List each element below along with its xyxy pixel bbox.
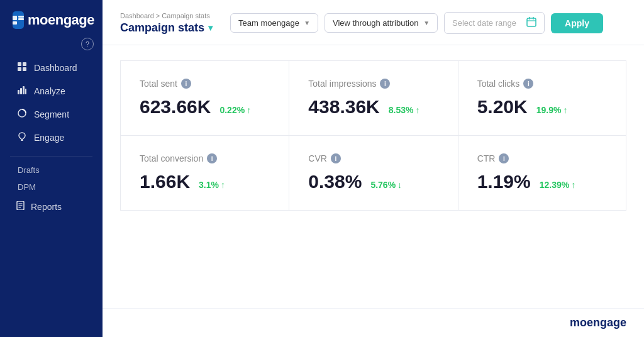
svg-rect-2 bbox=[18, 18, 24, 20]
stat-row: 438.36K 8.53% ↑ bbox=[308, 96, 438, 118]
stat-card-total-conversion: Total conversion i 1.66K 3.1% ↑ bbox=[120, 135, 289, 211]
header-controls: Team moengage ▼ View through attribution… bbox=[230, 12, 603, 34]
info-icon[interactable]: i bbox=[207, 153, 217, 163]
stat-card-total-impressions: Total impressions i 438.36K 8.53% ↑ bbox=[289, 60, 457, 135]
page-title: Campaign stats ▾ bbox=[120, 21, 213, 35]
sidebar-divider bbox=[10, 156, 92, 157]
sidebar-help: ? bbox=[0, 38, 103, 54]
svg-rect-6 bbox=[18, 67, 21, 71]
stat-value: 1.66K bbox=[140, 171, 190, 192]
sidebar-item-analyze[interactable]: Analyze bbox=[4, 80, 99, 102]
svg-rect-3 bbox=[13, 21, 17, 25]
stat-row: 1.19% 12.39% ↑ bbox=[477, 171, 607, 192]
attribution-dropdown-arrow: ▼ bbox=[423, 19, 430, 26]
header-left: Dashboard > Campaign stats Campaign stat… bbox=[120, 12, 213, 35]
stat-change: 8.53% ↑ bbox=[389, 105, 420, 115]
calendar-icon bbox=[526, 17, 536, 29]
apply-button[interactable]: Apply bbox=[551, 13, 603, 33]
sidebar-item-dashboard[interactable]: Dashboard bbox=[4, 57, 99, 79]
sidebar-item-label: Segment bbox=[34, 109, 69, 119]
page-title-text: Campaign stats bbox=[120, 21, 204, 35]
logo-icon bbox=[13, 11, 24, 29]
info-icon[interactable]: i bbox=[523, 79, 533, 89]
sidebar-item-label: Dashboard bbox=[34, 63, 77, 73]
header: Dashboard > Campaign stats Campaign stat… bbox=[103, 0, 644, 45]
sidebar-item-segment[interactable]: Segment bbox=[4, 103, 99, 125]
stat-label: Total conversion i bbox=[140, 153, 270, 163]
team-dropdown-label: Team moengage bbox=[238, 18, 299, 28]
stat-row: 5.20K 19.9% ↑ bbox=[477, 96, 607, 118]
stat-value: 438.36K bbox=[308, 96, 379, 118]
date-placeholder: Select date range bbox=[452, 18, 516, 28]
stat-label: CTR i bbox=[477, 153, 607, 163]
attribution-dropdown-label: View through attribution bbox=[333, 18, 418, 28]
stat-value: 1.19% bbox=[477, 171, 531, 192]
svg-rect-11 bbox=[25, 89, 26, 94]
stat-label: Total clicks i bbox=[477, 79, 607, 89]
drafts-label: Drafts bbox=[18, 165, 40, 175]
stat-row: 1.66K 3.1% ↑ bbox=[140, 171, 270, 192]
reports-label: Reports bbox=[31, 202, 62, 212]
stat-card-cvr: CVR i 0.38% 5.76% ↓ bbox=[289, 135, 457, 211]
svg-rect-7 bbox=[23, 67, 26, 71]
stat-row: 623.66K 0.22% ↑ bbox=[140, 96, 270, 118]
svg-rect-1 bbox=[18, 16, 24, 18]
stat-change: 0.22% ↑ bbox=[219, 105, 251, 115]
dashboard-icon bbox=[16, 62, 28, 73]
info-icon[interactable]: i bbox=[499, 153, 509, 163]
stat-card-total-clicks: Total clicks i 5.20K 19.9% ↑ bbox=[458, 60, 626, 135]
breadcrumb: Dashboard > Campaign stats bbox=[120, 12, 213, 19]
sidebar-item-reports[interactable]: Reports bbox=[4, 196, 99, 218]
stat-change: 12.39% ↑ bbox=[540, 180, 575, 190]
sidebar-sub-item-drafts[interactable]: Drafts bbox=[0, 162, 103, 179]
sidebar: moengage ? Dashboard bbox=[0, 0, 103, 337]
stat-change: 5.76% ↓ bbox=[370, 180, 402, 190]
stat-change: 19.9% ↑ bbox=[536, 105, 568, 115]
stat-card-total-sent: Total sent i 623.66K 0.22% ↑ bbox=[120, 60, 289, 135]
stat-card-ctr: CTR i 1.19% 12.39% ↑ bbox=[458, 135, 626, 211]
stat-row: 0.38% 5.76% ↓ bbox=[308, 171, 438, 192]
attribution-dropdown[interactable]: View through attribution ▼ bbox=[325, 13, 438, 33]
stat-value: 5.20K bbox=[477, 96, 528, 118]
help-icon[interactable]: ? bbox=[81, 38, 94, 50]
team-dropdown[interactable]: Team moengage ▼ bbox=[230, 13, 318, 33]
stat-label: Total sent i bbox=[140, 79, 270, 89]
segment-icon bbox=[16, 109, 28, 119]
sidebar-item-engage[interactable]: Engage bbox=[4, 126, 99, 148]
sidebar-nav: Dashboard Analyze Segment bbox=[0, 54, 103, 151]
svg-rect-9 bbox=[20, 88, 22, 94]
sidebar-item-label: Analyze bbox=[34, 86, 65, 96]
svg-rect-10 bbox=[23, 86, 25, 94]
stats-area: Total sent i 623.66K 0.22% ↑ Total impre… bbox=[103, 45, 644, 308]
svg-rect-19 bbox=[527, 18, 536, 26]
date-range-input[interactable]: Select date range bbox=[444, 12, 545, 34]
logo-text: moengage bbox=[28, 12, 94, 28]
svg-rect-4 bbox=[18, 62, 21, 66]
stat-change: 3.1% ↑ bbox=[199, 180, 225, 190]
svg-rect-0 bbox=[13, 16, 17, 20]
info-icon[interactable]: i bbox=[331, 153, 341, 163]
team-dropdown-arrow: ▼ bbox=[304, 19, 310, 26]
footer: moengage bbox=[103, 308, 644, 337]
stats-grid: Total sent i 623.66K 0.22% ↑ Total impre… bbox=[120, 60, 626, 211]
title-dropdown-arrow[interactable]: ▾ bbox=[208, 23, 213, 33]
stat-value: 0.38% bbox=[308, 171, 362, 192]
dpm-label: DPM bbox=[18, 182, 36, 192]
analyze-icon bbox=[16, 86, 28, 96]
stat-value: 623.66K bbox=[140, 96, 211, 118]
sidebar-item-label: Engage bbox=[34, 133, 64, 143]
svg-rect-8 bbox=[18, 90, 19, 94]
info-icon[interactable]: i bbox=[181, 79, 191, 89]
footer-logo: moengage bbox=[570, 316, 626, 329]
sidebar-sub-item-dpm[interactable]: DPM bbox=[0, 179, 103, 196]
stat-label: CVR i bbox=[308, 153, 438, 163]
engage-icon bbox=[16, 132, 28, 143]
reports-icon bbox=[16, 201, 25, 212]
svg-rect-5 bbox=[23, 62, 26, 66]
info-icon[interactable]: i bbox=[380, 79, 390, 89]
main-content: Dashboard > Campaign stats Campaign stat… bbox=[103, 0, 644, 337]
stat-label: Total impressions i bbox=[308, 79, 438, 89]
sidebar-logo: moengage bbox=[0, 0, 103, 38]
